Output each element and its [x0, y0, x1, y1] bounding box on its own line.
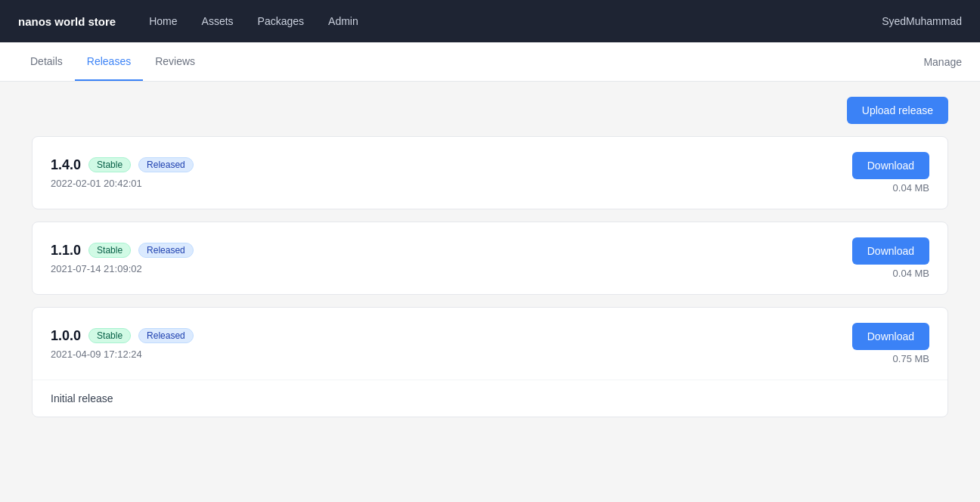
upload-row: Upload release	[32, 97, 948, 124]
nav-home[interactable]: Home	[140, 9, 186, 33]
release-card-main-2: 1.0.0 StableReleased 2021-04-09 17:12:24…	[33, 308, 947, 380]
release-info-2: 1.0.0 StableReleased 2021-04-09 17:12:24	[51, 328, 852, 360]
upload-release-button[interactable]: Upload release	[847, 97, 948, 124]
release-date-0: 2022-02-01 20:42:01	[51, 178, 852, 189]
manage-link[interactable]: Manage	[923, 56, 962, 68]
release-actions-0: Download 0.04 MB	[852, 152, 929, 194]
release-version-2: 1.0.0	[51, 328, 81, 344]
download-button-1[interactable]: Download	[852, 237, 929, 265]
release-actions-2: Download 0.75 MB	[852, 323, 929, 364]
release-card: 1.0.0 StableReleased 2021-04-09 17:12:24…	[32, 307, 948, 417]
badge-stable-2: Stable	[88, 328, 131, 343]
release-card-main-1: 1.1.0 StableReleased 2021-07-14 21:09:02…	[33, 222, 947, 294]
nav-assets[interactable]: Assets	[193, 9, 243, 33]
main-content: Upload release 1.4.0 StableReleased 2022…	[14, 82, 966, 445]
navbar: nanos world store Home Assets Packages A…	[0, 0, 980, 42]
badge-stable-0: Stable	[88, 157, 131, 172]
release-date-1: 2021-07-14 21:09:02	[51, 263, 852, 274]
download-button-0[interactable]: Download	[852, 152, 929, 179]
badge-released-1: Released	[138, 243, 194, 258]
tab-reviews[interactable]: Reviews	[143, 43, 207, 81]
release-header-1: 1.1.0 StableReleased	[51, 243, 852, 259]
release-date-2: 2021-04-09 17:12:24	[51, 349, 852, 360]
release-card: 1.4.0 StableReleased 2022-02-01 20:42:01…	[32, 136, 948, 209]
nav-admin[interactable]: Admin	[319, 9, 368, 33]
tab-releases[interactable]: Releases	[75, 43, 143, 81]
badge-released-0: Released	[138, 157, 194, 172]
release-info-1: 1.1.0 StableReleased 2021-07-14 21:09:02	[51, 243, 852, 274]
release-header-2: 1.0.0 StableReleased	[51, 328, 852, 344]
release-card: 1.1.0 StableReleased 2021-07-14 21:09:02…	[32, 222, 948, 295]
release-size-2: 0.75 MB	[893, 353, 929, 364]
release-notes-2: Initial release	[33, 380, 947, 417]
release-actions-1: Download 0.04 MB	[852, 237, 929, 279]
badge-stable-1: Stable	[88, 243, 131, 258]
release-card-main-0: 1.4.0 StableReleased 2022-02-01 20:42:01…	[33, 137, 947, 209]
release-info-0: 1.4.0 StableReleased 2022-02-01 20:42:01	[51, 157, 852, 189]
tabs: Details Releases Reviews	[18, 43, 923, 81]
release-size-0: 0.04 MB	[893, 182, 929, 194]
brand-logo: nanos world store	[18, 15, 116, 28]
release-version-1: 1.1.0	[51, 243, 81, 259]
release-size-1: 0.04 MB	[893, 268, 929, 279]
badge-released-2: Released	[138, 328, 194, 343]
releases-list: 1.4.0 StableReleased 2022-02-01 20:42:01…	[32, 136, 948, 417]
download-button-2[interactable]: Download	[852, 323, 929, 350]
nav-packages[interactable]: Packages	[249, 9, 313, 33]
release-version-0: 1.4.0	[51, 157, 81, 173]
release-header-0: 1.4.0 StableReleased	[51, 157, 852, 173]
user-name: SyedMuhammad	[882, 15, 962, 27]
tabs-bar: Details Releases Reviews Manage	[0, 42, 980, 82]
nav-links: Home Assets Packages Admin	[140, 9, 858, 33]
tab-details[interactable]: Details	[18, 43, 75, 81]
